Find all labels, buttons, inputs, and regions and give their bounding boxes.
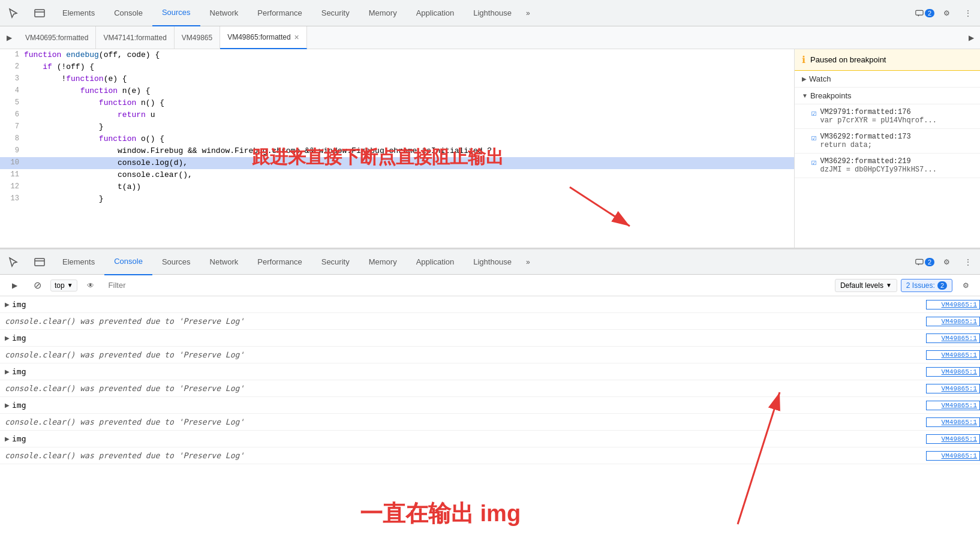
dock-icon[interactable] [26, 0, 53, 26]
breakpoint-1[interactable]: ☑ VM29791:formatted:176 var p7crXYR = pU… [795, 104, 980, 129]
bottom-cursor-icon[interactable] [0, 249, 26, 275]
console-block-icon[interactable]: ⊘ [28, 276, 47, 295]
sources-right-icon: ▶ [960, 26, 980, 49]
console-row-img-2[interactable]: ▶ img VM49865:1 [0, 330, 980, 347]
bottom-dock-icon[interactable] [26, 249, 53, 275]
src-tab-vm49865-formatted[interactable]: VM49865:formatted × [220, 26, 307, 49]
bottom-more-tabs[interactable]: » [521, 249, 535, 275]
bottom-settings-icon[interactable]: ⚙ [937, 253, 956, 272]
vm-link-10[interactable]: VM49865:1 [926, 451, 980, 461]
watch-label: Watch [809, 74, 831, 83]
clear-prevented-1: console.clear() was prevented due to 'Pr… [5, 317, 244, 326]
top-tab-bar: Elements Console Sources Network Perform… [0, 0, 980, 26]
breakpoint-2[interactable]: ☑ VM36292:formatted:173 return data; [795, 129, 980, 154]
more-options-icon[interactable]: ⋮ [958, 4, 978, 23]
svg-rect-7 [916, 259, 923, 264]
code-editor[interactable]: 1 function endebug(off, code) { 2 if (!o… [0, 49, 794, 248]
paused-banner: ℹ Paused on breakpoint [795, 49, 980, 71]
close-tab-icon[interactable]: × [294, 32, 299, 42]
bottom-messages-icon[interactable]: 2 [915, 253, 934, 272]
tab-network[interactable]: Network [200, 0, 248, 26]
bottom-more-options-icon[interactable]: ⋮ [958, 253, 978, 272]
src-tab-vm40695[interactable]: VM40695:formatted [18, 26, 96, 49]
btab-memory[interactable]: Memory [359, 249, 407, 275]
breakpoint-3[interactable]: ☑ VM36292:formatted:219 dzJMI = db0HpCYI… [795, 154, 980, 178]
eye-icon[interactable]: 👁 [81, 276, 100, 295]
vm-link-6[interactable]: VM49865:1 [926, 384, 980, 393]
clear-prevented-3: console.clear() was prevented due to 'Pr… [5, 384, 244, 393]
expand-icon-5[interactable]: ▶ [5, 435, 10, 442]
levels-label: Default levels [840, 281, 883, 290]
code-line-5: 5 function n() { [0, 97, 794, 109]
src-tab-vm49865[interactable]: VM49865 [175, 26, 220, 49]
tab-performance[interactable]: Performance [248, 0, 311, 26]
tab-sources[interactable]: Sources [152, 0, 200, 26]
sources-area: ▶ VM40695:formatted VM47141:formatted VM… [0, 26, 980, 248]
sources-content: 1 function endebug(off, code) { 2 if (!o… [0, 49, 980, 248]
bp2-check[interactable]: ☑ [811, 133, 816, 143]
console-play-icon[interactable]: ▶ [5, 276, 24, 295]
code-line-8: 8 function o() { [0, 133, 794, 145]
console-settings-icon[interactable]: ⚙ [956, 276, 975, 295]
vm-link-1[interactable]: VM49865:1 [926, 300, 980, 309]
bp1-code: var p7crXYR = pU14Vhqrof... [820, 116, 936, 125]
code-line-6: 6 return u [0, 109, 794, 121]
btab-security[interactable]: Security [312, 249, 359, 275]
right-panel: ℹ Paused on breakpoint ▶ Watch ▼ Breakpo… [794, 49, 980, 248]
tab-application[interactable]: Application [407, 0, 464, 26]
src-tab-vm47141[interactable]: VM47141:formatted [96, 26, 174, 49]
clear-prevented-5: console.clear() was prevented due to 'Pr… [5, 451, 244, 460]
clear-prevented-2: console.clear() was prevented due to 'Pr… [5, 350, 244, 359]
expand-icon-3[interactable]: ▶ [5, 368, 10, 375]
btab-console[interactable]: Console [104, 249, 152, 275]
tab-lighthouse[interactable]: Lighthouse [464, 0, 521, 26]
filter-input[interactable] [104, 278, 831, 292]
bp2-code: return data; [820, 141, 910, 149]
vm-link-4[interactable]: VM49865:1 [926, 350, 980, 360]
vm-link-9[interactable]: VM49865:1 [926, 434, 980, 444]
expand-icon-1[interactable]: ▶ [5, 301, 10, 308]
bp1-check[interactable]: ☑ [811, 108, 816, 118]
breakpoints-section[interactable]: ▼ Breakpoints [795, 88, 980, 104]
tab-elements[interactable]: Elements [53, 0, 104, 26]
btab-performance[interactable]: Performance [248, 249, 311, 275]
watch-section[interactable]: ▶ Watch [795, 71, 980, 88]
img-label-3: img [12, 367, 26, 376]
code-line-13: 13 } [0, 193, 794, 205]
console-output[interactable]: ▶ img VM49865:1 console.clear() was prev… [0, 296, 980, 547]
expand-icon-4[interactable]: ▶ [5, 402, 10, 408]
sources-play-icon[interactable]: ▶ [0, 26, 18, 49]
clear-prevented-4: console.clear() was prevented due to 'Pr… [5, 417, 244, 426]
console-row-img-5[interactable]: ▶ img VM49865:1 [0, 431, 980, 447]
img-label-5: img [12, 434, 26, 443]
vm-link-5[interactable]: VM49865:1 [926, 367, 980, 377]
vm-link-2[interactable]: VM49865:1 [926, 317, 980, 326]
console-row-img-4[interactable]: ▶ img VM49865:1 [0, 397, 980, 414]
console-row-img-3[interactable]: ▶ img VM49865:1 [0, 363, 980, 380]
vm-link-3[interactable]: VM49865:1 [926, 333, 980, 343]
vm-link-7[interactable]: VM49865:1 [926, 401, 980, 410]
levels-arrow-icon: ▼ [886, 282, 892, 288]
cursor-icon[interactable] [0, 0, 26, 26]
levels-dropdown[interactable]: Default levels ▼ [835, 279, 897, 292]
btab-application[interactable]: Application [407, 249, 464, 275]
issues-button[interactable]: 2 Issues: 2 [901, 279, 952, 292]
messages-icon[interactable]: 2 [915, 4, 934, 23]
settings-icon[interactable]: ⚙ [937, 4, 956, 23]
btab-network[interactable]: Network [200, 249, 248, 275]
btab-sources[interactable]: Sources [152, 249, 200, 275]
top-context-selector[interactable]: top ▼ [50, 279, 77, 291]
more-tabs-button[interactable]: » [521, 0, 535, 26]
console-row-img-1[interactable]: ▶ img VM49865:1 [0, 296, 980, 313]
expand-icon-2[interactable]: ▶ [5, 335, 10, 341]
btab-lighthouse[interactable]: Lighthouse [464, 249, 521, 275]
bp3-check[interactable]: ☑ [811, 157, 816, 167]
vm-link-8[interactable]: VM49865:1 [926, 417, 980, 427]
img-label-4: img [12, 401, 26, 410]
btab-elements[interactable]: Elements [53, 249, 104, 275]
code-line-9: 9 window.Firebug && window.Firebug.chrom… [0, 145, 794, 157]
tab-security[interactable]: Security [312, 0, 359, 26]
tab-console[interactable]: Console [104, 0, 152, 26]
tab-memory[interactable]: Memory [359, 0, 407, 26]
bp1-content: VM29791:formatted:176 var p7crXYR = pU14… [820, 108, 936, 125]
